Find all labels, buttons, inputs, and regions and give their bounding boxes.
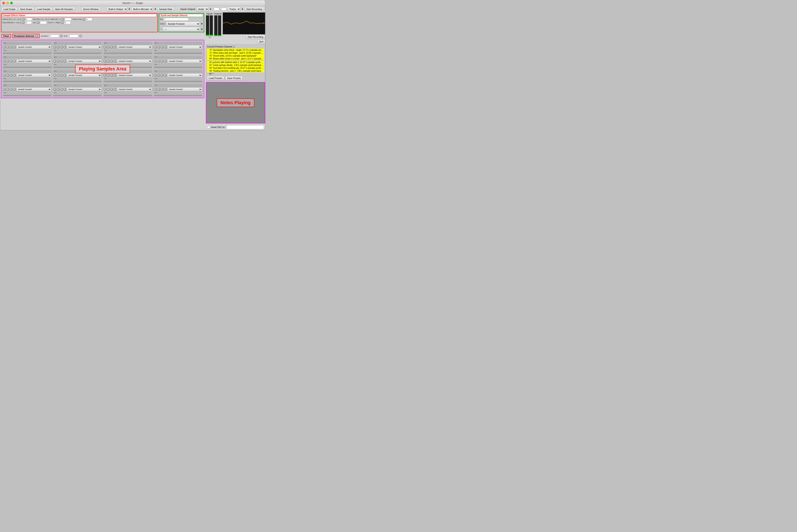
built-in-output-dropdown[interactable]: Built-in Output <box>107 7 127 12</box>
osc-checkbox[interactable] <box>207 126 210 129</box>
load-scape-button[interactable]: Load Scape <box>1 7 17 11</box>
sample-knob-2[interactable] <box>161 60 163 62</box>
sample-dropdown[interactable]: Sample Forward <box>16 59 51 63</box>
sample-dropdown[interactable]: Sample Forward <box>67 73 102 77</box>
sample-knob-0[interactable] <box>154 46 157 49</box>
sample-knob-1[interactable] <box>6 74 9 77</box>
sample-knob-2[interactable] <box>110 60 113 62</box>
server-window-button[interactable]: Server Window <box>81 7 101 11</box>
sample-knob-3[interactable] <box>13 46 16 49</box>
sample-knob-1[interactable] <box>57 60 59 62</box>
preset-item[interactable]: 70"church bells, 10.54 s (sample-synth-b… <box>207 55 264 57</box>
dur-input[interactable] <box>40 21 47 24</box>
sample-knob-1[interactable] <box>107 60 110 62</box>
start-recording-button[interactable]: Start Recording <box>244 7 264 11</box>
sample-knob-1[interactable] <box>107 88 110 91</box>
preset-item[interactable]: 69"Bowls within bowls in a bowl - part 1… <box>207 57 264 60</box>
synth-select2-dropdown[interactable]: --- <box>163 27 200 32</box>
front-back-input[interactable] <box>64 21 71 24</box>
sample-knob-2[interactable] <box>161 74 163 77</box>
sample-knob-3[interactable] <box>64 60 66 62</box>
sample-dropdown[interactable]: Sample Forward <box>16 45 51 49</box>
sample-dropdown[interactable]: Sample Forward <box>16 88 51 91</box>
sample-knob-2[interactable] <box>161 46 163 49</box>
sample-dropdown[interactable]: Sample Forward <box>167 59 202 63</box>
sample-dropdown[interactable]: Sample Forward <box>16 73 51 77</box>
preset-item[interactable]: 51"Lamp springs vibrate, 1.30 s (sample-… <box>207 64 264 66</box>
rate-input[interactable] <box>65 18 71 21</box>
audio-val2[interactable] <box>220 8 227 11</box>
sample-knob-0[interactable] <box>54 46 56 49</box>
sample-knob-3[interactable] <box>13 74 16 77</box>
sample-knob-0[interactable] <box>154 60 157 62</box>
preset-item[interactable]: 71"Wine Glass with wet finger - part 6, … <box>207 52 264 54</box>
sample-knob-3[interactable] <box>114 46 116 49</box>
save-presets-button[interactable]: Save Presets <box>225 76 242 80</box>
sample-dropdown[interactable]: Sample Forward <box>117 88 152 91</box>
sample-knob-2[interactable] <box>110 88 113 91</box>
audio-dropdown[interactable]: Audio <box>196 7 209 12</box>
start-recording-btn[interactable]: Start Recording <box>246 35 265 39</box>
maximize-button[interactable] <box>10 2 13 4</box>
sample-knob-1[interactable] <box>6 88 9 91</box>
duration-input[interactable] <box>49 35 59 38</box>
sample-knob-2[interactable] <box>110 46 113 49</box>
pendulum-knob[interactable] <box>35 35 38 37</box>
sample-knob-0[interactable] <box>3 74 6 77</box>
sample-knob-1[interactable] <box>157 88 160 91</box>
sample-knob-3[interactable] <box>114 74 116 77</box>
preset-item[interactable]: 49"Heating element - part 1, 7.08 s (sam… <box>207 70 264 72</box>
room-size-knob[interactable] <box>82 18 85 21</box>
sample-knob-1[interactable] <box>57 88 59 91</box>
tracks-dropdown[interactable]: Tracks <box>228 7 240 12</box>
sample-knob-3[interactable] <box>164 74 167 77</box>
sample-knob-2[interactable] <box>60 46 63 49</box>
sample-knob-0[interactable] <box>154 88 157 91</box>
sample-knob-3[interactable] <box>114 60 116 62</box>
sample-dropdown[interactable]: Sample Forward <box>117 73 152 77</box>
sample-knob-2[interactable] <box>60 60 63 62</box>
sample-knob-0[interactable] <box>154 74 157 77</box>
load-presets-button[interactable]: Load Presets <box>207 76 224 80</box>
preset-item[interactable]: 52g drums with rhythmn stick 2, 14.37 s … <box>207 61 264 63</box>
sample-knob-1[interactable] <box>57 74 59 77</box>
save-scape-button[interactable]: Save Scape <box>18 7 34 11</box>
front-back-knob[interactable] <box>61 21 64 24</box>
sample-dropdown[interactable]: Sample Forward <box>117 59 152 63</box>
quit-btn[interactable]: Quit <box>257 39 265 43</box>
end-knob[interactable] <box>79 35 82 37</box>
audio-val0[interactable] <box>213 8 219 11</box>
sample-knob-2[interactable] <box>60 88 63 91</box>
sample-knob-1[interactable] <box>157 46 160 49</box>
freq-shift-input[interactable] <box>25 21 32 24</box>
title-input[interactable] <box>164 18 188 21</box>
sample-rate-button[interactable]: Sample Rate <box>157 7 174 11</box>
sample-dropdown[interactable]: Sample Forward <box>167 73 202 77</box>
sample-knob-2[interactable] <box>161 88 163 91</box>
rate-knob[interactable] <box>61 18 64 21</box>
sample-knob-1[interactable] <box>157 74 160 77</box>
minimize-button[interactable] <box>6 2 9 4</box>
sample-knob-1[interactable] <box>57 46 59 49</box>
sample-knob-3[interactable] <box>13 88 16 91</box>
sample-knob-2[interactable] <box>60 74 63 77</box>
sample-dropdown[interactable]: Sample Forward <box>67 45 102 49</box>
open-all-samples-button[interactable]: Open All Samples <box>53 7 75 11</box>
load-sample-button[interactable]: Load Sample <box>35 7 52 11</box>
sample-knob-3[interactable] <box>164 88 167 91</box>
sample-knob-3[interactable] <box>164 60 167 62</box>
dur-knob[interactable] <box>37 21 39 24</box>
sample-knob-0[interactable] <box>54 88 56 91</box>
sample-knob-2[interactable] <box>110 74 113 77</box>
sample-knob-0[interactable] <box>104 74 106 77</box>
sample-knob-1[interactable] <box>157 60 160 62</box>
sample-dropdown[interactable]: Sample Forward <box>117 45 152 49</box>
sample-knob-2[interactable] <box>10 46 13 49</box>
sample-knob-0[interactable] <box>3 88 6 91</box>
room-size-input[interactable] <box>86 18 92 21</box>
sample-knob-3[interactable] <box>64 74 66 77</box>
preset-item[interactable]: 50"loud alarm from building site, 20.47 … <box>207 67 264 70</box>
sample-dropdown[interactable]: Sample Forward <box>67 59 102 63</box>
sample-dropdown[interactable]: Sample Forward <box>67 88 102 91</box>
sample-knob-2[interactable] <box>10 74 13 77</box>
